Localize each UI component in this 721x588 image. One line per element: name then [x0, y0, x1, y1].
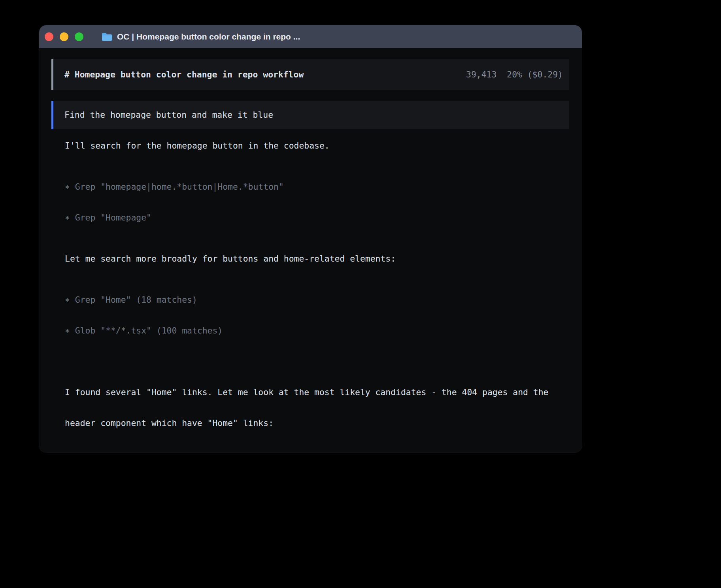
titlebar[interactable]: OC | Homepage button color change in rep… [39, 25, 582, 48]
tool-call-group: ∗ Grep "homepage|home.*button|Home.*butt… [65, 161, 569, 243]
terminal-content: # Homepage button color change in repo w… [39, 48, 582, 452]
session-header: # Homepage button color change in repo w… [51, 59, 569, 90]
session-stats: 39,41320% ($0.29) [466, 70, 563, 80]
context-usage: 20% ($0.29) [507, 70, 563, 80]
tool-call-glob: ∗ Glob "**/*.tsx" (100 matches) [65, 326, 569, 336]
token-count: 39,413 [466, 70, 496, 80]
assistant-message: I'll search for the homepage button in t… [65, 141, 569, 151]
traffic-lights [39, 32, 83, 41]
tool-call-group: ∗ Grep "Home" (18 matches) ∗ Glob "**/*.… [65, 274, 569, 356]
user-message-text: Find the homepage button and make it blu… [64, 110, 273, 120]
close-button[interactable] [45, 32, 53, 41]
terminal-window: OC | Homepage button color change in rep… [39, 25, 582, 452]
assistant-message: I found several "Home" links. Let me loo… [65, 367, 569, 449]
session-title: # Homepage button color change in repo w… [64, 70, 304, 80]
transcript: I'll search for the homepage button in t… [51, 141, 569, 452]
user-message: Find the homepage button and make it blu… [51, 101, 569, 129]
folder-icon [102, 32, 112, 41]
tool-call-grep: ∗ Grep "homepage|home.*button|Home.*butt… [65, 182, 569, 192]
tool-call-grep: ∗ Grep "Homepage" [65, 213, 569, 223]
assistant-message: Let me search more broadly for buttons a… [65, 254, 569, 264]
zoom-button[interactable] [75, 32, 83, 41]
window-title: OC | Homepage button color change in rep… [117, 32, 300, 41]
tool-call-grep: ∗ Grep "Home" (18 matches) [65, 295, 569, 305]
minimize-button[interactable] [60, 32, 68, 41]
